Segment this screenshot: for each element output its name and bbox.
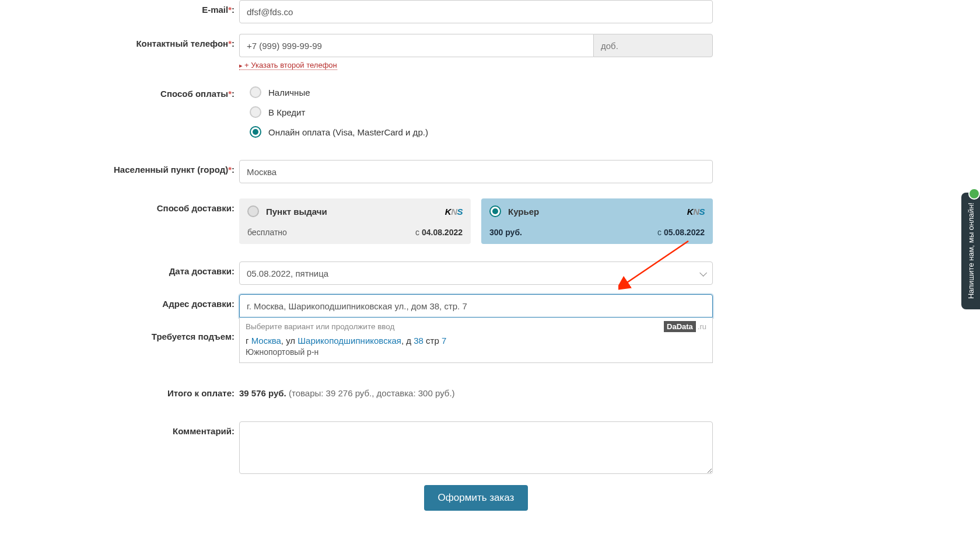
radio-icon <box>250 86 261 98</box>
radio-icon <box>247 205 259 217</box>
lift-label: Требуется подъем: <box>105 327 239 341</box>
add-second-phone-link[interactable]: + Указать второй телефон <box>239 61 337 70</box>
kns-logo-icon: KNS <box>687 207 705 217</box>
total-label: Итого к оплате: <box>105 388 239 398</box>
email-label: E-mail*: <box>105 0 239 15</box>
kns-logo-icon: KNS <box>445 207 463 217</box>
payment-option-online[interactable]: Онлайн оплата (Visa, MasterCard и др.) <box>250 126 713 138</box>
phone-label: Контактный телефон*: <box>105 34 239 48</box>
email-input[interactable] <box>239 0 713 23</box>
delivery-address-label: Адрес доставки: <box>105 294 239 309</box>
address-suggestion-item[interactable]: г Москва, ул Шарикоподшипниковская, д 38… <box>240 333 712 362</box>
delivery-option-pickup[interactable]: Пункт выдачи KNS бесплатно с 04.08.2022 <box>239 198 471 244</box>
dropdown-hint: Выберите вариант или продолжите ввод <box>246 322 394 331</box>
payment-option-credit[interactable]: В Кредит <box>250 106 713 118</box>
city-input[interactable] <box>239 160 713 183</box>
submit-order-button[interactable]: Оформить заказ <box>424 485 528 511</box>
payment-option-cash[interactable]: Наличные <box>250 86 713 98</box>
comment-textarea[interactable] <box>239 421 713 474</box>
city-label: Населенный пункт (город)*: <box>105 160 239 175</box>
address-input[interactable] <box>239 294 713 318</box>
phone-ext-input[interactable] <box>593 34 713 57</box>
payment-label: Способ оплаты*: <box>105 84 239 99</box>
dadata-badge[interactable]: DaData.ru <box>664 321 706 332</box>
total-value: 39 576 руб. (товары: 39 276 руб., достав… <box>239 388 713 398</box>
phone-input[interactable] <box>239 34 593 57</box>
address-suggestions-dropdown: Выберите вариант или продолжите ввод DaD… <box>239 318 713 363</box>
delivery-date-label: Дата доставки: <box>105 261 239 276</box>
delivery-method-label: Способ доставки: <box>105 198 239 213</box>
delivery-date-select[interactable]: 05.08.2022, пятница <box>239 261 713 285</box>
radio-icon <box>489 205 501 217</box>
radio-icon <box>250 126 261 138</box>
delivery-option-courier[interactable]: Курьер KNS 300 руб. с 05.08.2022 <box>481 198 713 244</box>
chat-widget-tab[interactable]: Напишите нам, мы онлайн! <box>961 193 980 309</box>
radio-icon <box>250 106 261 118</box>
comment-label: Комментарий: <box>105 421 239 436</box>
